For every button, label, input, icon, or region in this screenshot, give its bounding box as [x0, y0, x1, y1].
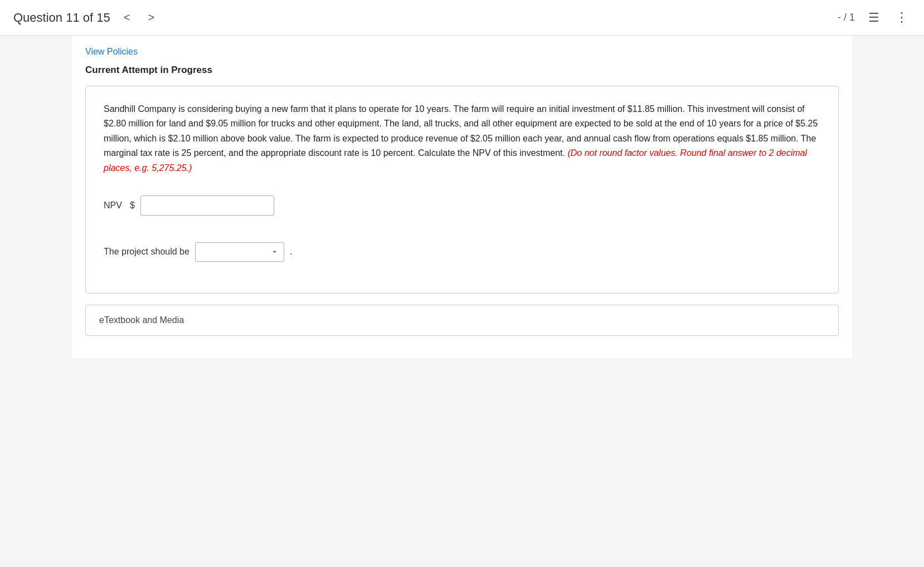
etextbook-bar: eTextbook and Media: [85, 305, 839, 336]
npv-input[interactable]: [140, 195, 274, 216]
attempt-label: Current Attempt in Progress: [85, 65, 839, 76]
next-button[interactable]: >: [143, 9, 159, 26]
etextbook-label: eTextbook and Media: [99, 315, 184, 325]
question-text: Sandhill Company is considering buying a…: [104, 102, 820, 175]
hamburger-button[interactable]: ☰: [866, 8, 882, 27]
project-section: The project should be accepted rejected …: [104, 242, 820, 273]
question-label: Question 11 of 15: [13, 11, 110, 25]
project-label: The project should be: [104, 247, 189, 257]
npv-label: NPV: [104, 201, 122, 211]
period-text: .: [290, 247, 292, 257]
top-bar-right: - / 1 ☰ ⋮: [838, 8, 911, 27]
prev-button[interactable]: <: [119, 9, 135, 26]
dots-icon: ⋮: [895, 9, 908, 25]
project-select[interactable]: accepted rejected: [195, 242, 284, 262]
page-indicator: - / 1: [838, 12, 855, 23]
main-content: View Policies Current Attempt in Progres…: [72, 36, 852, 358]
more-options-button[interactable]: ⋮: [893, 8, 911, 27]
top-bar: Question 11 of 15 < > - / 1 ☰ ⋮: [0, 0, 924, 36]
answer-section: NPV $: [104, 195, 820, 216]
dollar-sign: $: [130, 201, 135, 211]
view-policies-link[interactable]: View Policies: [85, 47, 138, 57]
top-bar-left: Question 11 of 15 < >: [13, 9, 159, 26]
question-box: Sandhill Company is considering buying a…: [85, 86, 839, 294]
hamburger-icon: ☰: [868, 11, 879, 25]
